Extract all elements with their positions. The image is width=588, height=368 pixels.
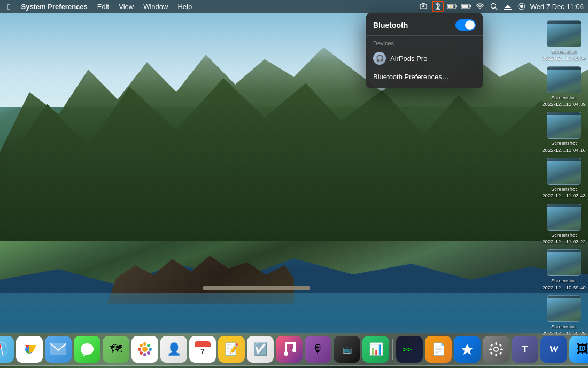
dock-separator — [392, 339, 393, 360]
screenshot-item-4[interactable]: Screenshot2022-12…11.03.43 — [540, 156, 587, 201]
svg-line-11 — [495, 8, 497, 10]
svg-rect-45 — [496, 342, 497, 345]
airpods-name: AirPods Pro — [390, 55, 427, 63]
screenshot-thumb-6 — [547, 249, 581, 276]
svg-point-2 — [422, 5, 424, 7]
svg-point-14 — [520, 5, 523, 8]
wifi-icon[interactable] — [475, 1, 485, 12]
screenshot-item-6[interactable]: Screenshot2022-12…10.59.40 — [540, 248, 587, 293]
screenshot-item-2[interactable]: Screenshot2022-12…11.04.39 — [540, 65, 587, 110]
dock-numbers[interactable]: 📊 — [362, 336, 389, 363]
svg-point-30 — [140, 344, 143, 347]
battery-charging-icon[interactable]: ⚡ — [447, 1, 458, 12]
svg-point-42 — [292, 348, 296, 352]
svg-rect-48 — [500, 349, 503, 350]
svg-rect-36 — [195, 344, 211, 347]
dock-photos[interactable] — [131, 336, 158, 363]
svg-point-26 — [143, 342, 146, 346]
screenshot-thumb-5 — [547, 204, 581, 231]
dock-contacts[interactable]: 👤 — [160, 336, 187, 363]
water-highlight — [0, 293, 588, 325]
dock-teams[interactable]: T — [512, 336, 538, 363]
bluetooth-dropdown: Bluetooth Devices 🎧 AirPods Pro Bluetoot… — [366, 13, 483, 88]
menubar-left:  System Preferences Edit View Window He… — [4, 2, 196, 12]
datetime-display: Wed 7 Dec 11:06 — [530, 3, 584, 11]
bluetooth-title: Bluetooth — [373, 21, 408, 29]
screenshot-label-3: Screenshot2022-12…11.04.16 — [542, 140, 585, 154]
dock-word[interactable]: W — [540, 336, 567, 363]
svg-rect-51 — [490, 352, 493, 355]
apple-logo[interactable]:  — [4, 2, 13, 11]
svg-point-32 — [140, 351, 143, 355]
search-icon[interactable] — [489, 1, 499, 12]
dock-safari[interactable] — [0, 336, 14, 363]
screenshots-sidebar: Screenshot2022-12…11.05.34 Screenshot202… — [540, 16, 588, 358]
dock-apple-tv[interactable]: 📺 — [334, 336, 360, 363]
screenshot-item-7[interactable]: Screenshot2022-12…10.58.39 — [540, 294, 587, 339]
svg-point-33 — [147, 351, 150, 355]
dock-chrome[interactable] — [16, 336, 43, 363]
dock-maps[interactable]: 🗺 — [103, 336, 129, 363]
screenshot-label-1: Screenshot2022-12…11.05.34 — [542, 49, 585, 62]
svg-rect-50 — [499, 344, 502, 347]
svg-rect-47 — [489, 349, 492, 350]
menubar:  System Preferences Edit View Window He… — [0, 0, 588, 13]
bluetooth-device-airpods[interactable]: 🎧 AirPods Pro — [366, 49, 483, 68]
dock-iterm[interactable]: >>_ — [396, 336, 423, 363]
svg-point-29 — [149, 348, 152, 351]
svg-point-41 — [284, 351, 288, 356]
bluetooth-preferences-button[interactable]: Bluetooth Preferences… — [366, 70, 483, 84]
battery-icon[interactable] — [461, 1, 471, 12]
svg-point-28 — [138, 348, 141, 351]
desktop:  System Preferences Edit View Window He… — [0, 0, 588, 368]
svg-point-27 — [143, 353, 146, 356]
svg-point-44 — [494, 348, 498, 351]
screenshot-thumb-3 — [547, 112, 581, 139]
airpods-icon: 🎧 — [373, 52, 386, 65]
help-menu[interactable]: Help — [173, 2, 196, 12]
dock-app-store[interactable] — [454, 336, 481, 363]
dock-reminders[interactable]: ☑️ — [247, 336, 274, 363]
svg-rect-46 — [496, 354, 497, 356]
bluetooth-devices-label: Devices — [366, 36, 483, 49]
screenshot-thumb-2 — [547, 66, 581, 93]
screenshot-thumb-1 — [547, 20, 581, 47]
screenshot-label-4: Screenshot2022-12…11.03.43 — [542, 186, 585, 200]
svg-point-31 — [147, 344, 150, 347]
dock-preview[interactable]: 🖼 — [569, 336, 588, 363]
camera-icon[interactable] — [418, 1, 429, 12]
bluetooth-toggle-knob — [465, 20, 475, 30]
bluetooth-icon[interactable] — [432, 1, 444, 12]
app-name-menu[interactable]: System Preferences — [17, 2, 91, 12]
dock-calendar[interactable]: 7 — [189, 336, 216, 363]
screenshot-item-3[interactable]: Screenshot2022-12…11.04.16 — [540, 110, 587, 155]
svg-point-20 — [0, 342, 7, 356]
svg-text:7: 7 — [200, 347, 205, 356]
airplay-icon[interactable] — [502, 1, 513, 12]
dock-messages[interactable] — [74, 336, 100, 363]
window-menu[interactable]: Window — [139, 2, 172, 12]
screenshot-item-1[interactable]: Screenshot2022-12…11.05.34 — [540, 19, 587, 64]
dock-system-preferences[interactable] — [483, 336, 509, 363]
svg-rect-39 — [285, 342, 287, 352]
bluetooth-header: Bluetooth — [366, 19, 483, 35]
siri-icon[interactable] — [516, 1, 527, 12]
dock: 🚀 — [0, 333, 588, 366]
dock-music[interactable] — [276, 336, 303, 363]
svg-line-22 — [1, 344, 3, 355]
svg-rect-40 — [293, 342, 296, 349]
screenshot-label-5: Screenshot2022-12…11.03.22 — [542, 232, 585, 246]
svg-text:⚡: ⚡ — [448, 5, 452, 9]
dock-podcasts[interactable]: 🎙 — [305, 336, 331, 363]
svg-point-25 — [142, 347, 148, 352]
screenshot-item-5[interactable]: Screenshot2022-12…11.03.22 — [540, 202, 587, 247]
dock-pages[interactable]: 📄 — [425, 336, 452, 363]
dock-notes[interactable]: 📝 — [218, 336, 245, 363]
svg-rect-52 — [499, 352, 502, 355]
view-menu[interactable]: View — [114, 2, 138, 12]
dock-mail[interactable] — [45, 336, 72, 363]
svg-rect-9 — [461, 5, 468, 8]
bridge — [203, 286, 310, 290]
edit-menu[interactable]: Edit — [93, 2, 113, 12]
bluetooth-toggle[interactable] — [455, 19, 476, 31]
